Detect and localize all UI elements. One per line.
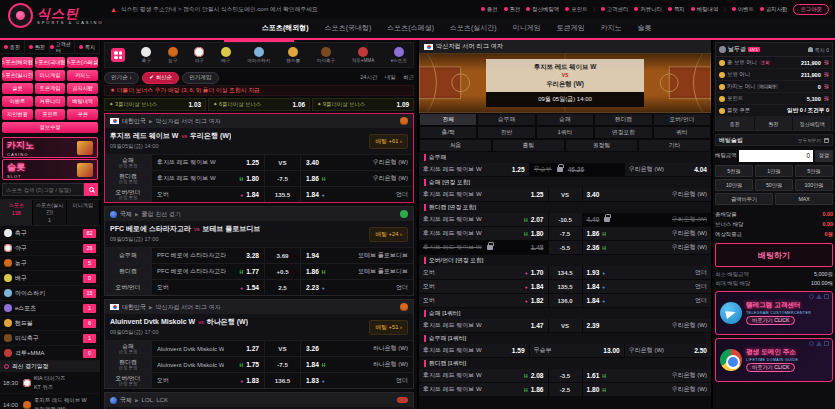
menu-coupon[interactable]: 쿠폰: [67, 109, 98, 120]
odds-button-under[interactable]: 2.23+언더: [300, 280, 413, 295]
chip-500000[interactable]: 50만원: [755, 179, 793, 191]
odds-button-home[interactable]: 후지쯔 레드 웨이브 W1.47: [419, 319, 548, 332]
menu-points[interactable]: 포인트: [35, 109, 66, 120]
nav-slot[interactable]: 슬롯: [638, 23, 652, 33]
menu-bet-history[interactable]: 베팅내역: [67, 96, 98, 107]
draw-odds[interactable]: 3.69: [264, 248, 300, 263]
odds-button-under[interactable]: 1.84+언더: [582, 280, 712, 293]
tab-handicap[interactable]: 핸디캡: [594, 113, 652, 126]
menu-notice[interactable]: 공지사항: [67, 83, 98, 94]
tab-quarter1[interactable]: 1쿼터: [536, 126, 594, 139]
odds-button-under[interactable]: 1.93+언더: [582, 266, 712, 279]
period-24h[interactable]: 24시간: [360, 74, 377, 82]
more-markets-button[interactable]: 배팅 +24 ›: [369, 227, 408, 242]
top-link-notice[interactable]: 공지사항: [760, 6, 788, 13]
odds-button-away[interactable]: 우리은행 (W)4.04: [624, 163, 711, 176]
tab-minigame[interactable]: 미니게임: [67, 200, 100, 225]
max-amount-button[interactable]: MAX: [775, 193, 833, 205]
odds-button-home[interactable]: 후지쯔 레드 웨이브 W1.25: [419, 188, 548, 201]
odds-button-home[interactable]: 후지쯔 레드 웨이브 WH2.07: [419, 213, 548, 226]
menu-community[interactable]: 커뮤니티: [35, 96, 66, 107]
nav-sports-special[interactable]: 스포츠(스페셜): [387, 23, 434, 33]
category-volleyball[interactable]: 배구: [221, 47, 231, 63]
sidebar-sport-baseball[interactable]: 야구26: [0, 241, 100, 256]
odds-button-away[interactable]: 1.86H우리은행 (W): [582, 227, 712, 240]
odds-button-home[interactable]: 후지쯔 레드 웨이브 WH2.08: [419, 369, 548, 382]
top-link-points[interactable]: 포인트: [565, 6, 587, 13]
tab-awayteam[interactable]: 원정팀: [565, 139, 638, 152]
clear-all-button[interactable]: 모두지우기: [798, 138, 821, 143]
odds-button-home[interactable]: 후지쯔 레드 웨이브 W1.25: [419, 163, 529, 176]
sidebar-sport-soccer[interactable]: 축구82: [0, 226, 100, 241]
tab-1x2[interactable]: 승무패: [477, 113, 535, 126]
tab-sports[interactable]: 스포츠138: [0, 200, 33, 225]
casino-banner[interactable]: 카지노 CASINO: [2, 137, 98, 158]
menu-casino[interactable]: 카지노: [67, 70, 98, 81]
quick-deposit[interactable]: 충전: [0, 40, 25, 53]
nav-sports-live[interactable]: 스포츠(실시간): [450, 23, 497, 33]
nav-sports-overseas[interactable]: 스포츠(해외형): [262, 23, 309, 33]
match-card-header[interactable]: 국제▶LOL. LCK: [105, 393, 413, 407]
quick-withdraw[interactable]: 환전: [25, 40, 50, 53]
period-tomorrow[interactable]: 내일: [385, 74, 396, 82]
top-link-withdraw[interactable]: 환전: [504, 6, 521, 13]
menu-edit-profile[interactable]: 정보수정: [2, 122, 98, 133]
odds-button-away[interactable]: 1.84H하나은행 (W): [300, 357, 413, 372]
quick-support[interactable]: 고객센터: [50, 40, 75, 53]
menu-sports-live[interactable]: 스포츠(실시간): [2, 70, 33, 81]
odds-button-over[interactable]: 오버+1.54: [151, 280, 264, 295]
odds-button-away[interactable]: 3.40우리은행 (W): [300, 155, 413, 170]
match-card-header[interactable]: 대한민국▶박신자컵 서머 리그 여자: [105, 114, 413, 128]
odds-button-away[interactable]: 2.36H우리은행 (W): [582, 241, 712, 254]
telegram-promo-banner[interactable]: 텔레그램 고객센터 TELEGRAM CUSTOMERCENTER 바로가기 C…: [715, 291, 833, 335]
sort-popularity-button[interactable]: 인기순 ↓: [104, 72, 139, 84]
sort-newest-button[interactable]: ✔ 최신순: [142, 72, 179, 84]
sidebar-sport-volleyball[interactable]: 배구0: [0, 271, 100, 286]
chip-5000[interactable]: 5천원: [715, 165, 753, 177]
odds-button-away[interactable]: 우리은행 (W)2.50: [624, 344, 711, 357]
odds-button-over[interactable]: 오버+1.84: [151, 187, 264, 202]
promo-cta-button[interactable]: 바로가기 CLICK: [746, 363, 795, 372]
popular-games-button[interactable]: 인기게임: [182, 72, 218, 84]
tab-sports-live[interactable]: 스포츠(실시간)1: [33, 200, 66, 225]
more-markets-button[interactable]: 배팅 +51 ›: [369, 320, 408, 335]
top-link-bet-history[interactable]: 베팅내역: [691, 6, 719, 13]
odds-button-away[interactable]: 1.80H우리은행 (W): [582, 383, 712, 396]
category-soccer[interactable]: 축구: [141, 47, 151, 63]
refresh-tag[interactable]: 조회: [759, 60, 771, 65]
withdraw-button[interactable]: 환전: [755, 117, 794, 130]
tab-overunder[interactable]: 오버/언더: [653, 113, 711, 126]
top-link-support[interactable]: 고객센터: [601, 6, 629, 13]
odds-button-away[interactable]: 3.26하나은행 (W): [300, 341, 413, 356]
odds-button-over[interactable]: 오버+1.83: [151, 373, 264, 388]
schedule-item[interactable]: 18:30KIA 타이거즈KT 위즈: [0, 372, 100, 394]
menu-slot[interactable]: 슬롯: [2, 83, 33, 94]
odds-button-home[interactable]: PFC 베로에 스타라자고라3.28: [151, 248, 264, 263]
deposit-button[interactable]: 충전: [716, 117, 755, 130]
odds-button-under[interactable]: 1.84+언더: [300, 187, 413, 202]
bet-amount-input[interactable]: [739, 150, 813, 162]
tab-all[interactable]: 전체: [419, 113, 477, 126]
top-link-events[interactable]: 이벤트: [732, 6, 754, 13]
slot-banner[interactable]: 슬롯 SLOT: [2, 159, 98, 180]
period-recent[interactable]: 최근: [403, 74, 414, 82]
menu-referrals[interactable]: 지인현황: [2, 109, 33, 120]
sidebar-sport-basketball[interactable]: 농구5: [0, 256, 100, 271]
odds-button-over[interactable]: 오버+1.70: [419, 266, 548, 279]
menu-minigame[interactable]: 미니게임: [35, 70, 66, 81]
tab-etc[interactable]: 기타: [638, 139, 711, 152]
odds-button-home[interactable]: PFC 베로에 스타라자고라H1.77: [151, 264, 264, 279]
odds-button-over[interactable]: 오버+1.84: [419, 280, 548, 293]
sidebar-sport-football[interactable]: 미식축구1: [0, 331, 100, 346]
category-esports[interactable]: e스포츠: [391, 47, 407, 63]
odds-button-home[interactable]: Aluinvent Dvtk Miskolc WH1.75: [151, 357, 264, 372]
nav-minigame[interactable]: 미니게임: [513, 23, 541, 33]
sport-search-input[interactable]: [2, 183, 84, 196]
chip-100000[interactable]: 10만원: [715, 179, 753, 191]
odds-button-away[interactable]: 2.39우리은행 (W): [582, 319, 712, 332]
category-baseball[interactable]: 야구: [194, 47, 204, 63]
top-link-community[interactable]: 커뮤니티: [634, 6, 662, 13]
odds-button-away[interactable]: 1.94보테브 플로브디브: [300, 248, 413, 263]
category-icehockey[interactable]: 아이스하키: [247, 47, 270, 63]
odds-button-home[interactable]: 후지쯔 레드 웨이브 W1.25: [151, 155, 264, 170]
